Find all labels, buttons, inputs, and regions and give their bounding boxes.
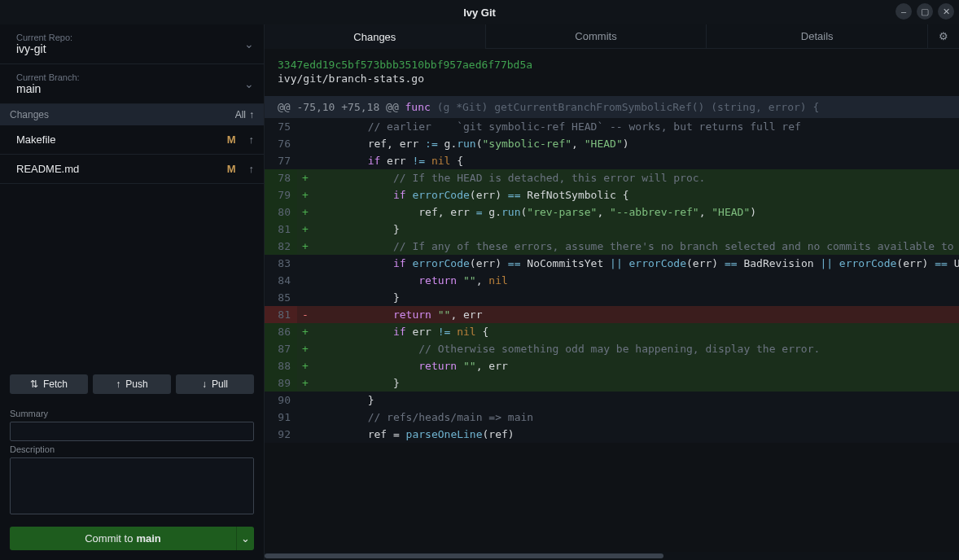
diff-marker: + [297,203,313,221]
current-branch-value: main [16,82,80,95]
summary-input[interactable] [10,422,254,441]
stage-file-icon[interactable]: ↑ [249,163,255,175]
changed-file-item[interactable]: MakefileM↑ [0,125,264,155]
line-number: 80 [265,203,297,221]
diff-line: 79+ if errorCode(err) == RefNotSymbolic … [265,186,959,203]
code-content: } [313,289,959,306]
code-content: // If any of these errors, assume there'… [313,238,959,255]
diff-marker [297,289,313,306]
current-branch-label: Current Branch: [16,72,80,82]
diff-marker [297,409,313,426]
diff-line: 75 // earlier `git symbolic-ref HEAD` --… [265,118,959,135]
tab-changes[interactable]: Changes [265,24,486,49]
stage-file-icon[interactable]: ↑ [249,133,255,146]
pull-icon: ↓ [202,378,207,390]
title-bar: Ivy Git – ▢ ✕ [0,0,959,24]
minimize-button[interactable]: – [896,3,912,20]
code-content: ref, err = g.run("rev-parse", "--abbrev-… [313,203,959,221]
line-number: 84 [265,272,297,289]
changed-files-list: MakefileM↑README.mdM↑ [0,125,264,184]
description-input[interactable] [10,457,254,514]
code-content: // earlier `git symbolic-ref HEAD` -- wo… [313,118,959,135]
file-status-letter: M [227,133,236,146]
current-branch-selector[interactable]: Current Branch: main ⌄ [0,64,264,104]
diff-marker: + [297,340,313,357]
push-button[interactable]: ↑ Push [93,374,171,394]
commit-button[interactable]: Commit to main [10,527,236,550]
code-content: return "", nil [313,272,959,289]
fetch-button[interactable]: ⇅ Fetch [10,374,88,394]
scrollbar-thumb[interactable] [265,553,663,558]
line-number: 75 [265,118,297,135]
diff-marker: + [297,374,313,392]
diff-line: 82+ // If any of these errors, assume th… [265,238,959,255]
stage-all-button[interactable]: All ↑ [235,109,254,120]
code-content: // Otherwise something odd may be happen… [313,340,959,357]
arrow-up-icon: ↑ [249,109,254,120]
diff-line: 92 ref = parseOneLine(ref) [265,426,959,443]
code-content: if errorCode(err) == NoCommitsYet || err… [313,255,959,272]
tab-bar: Changes Commits Details ⚙ [265,24,959,49]
diff-line: 88+ return "", err [265,357,959,374]
diff-marker: - [297,306,313,323]
diff-body[interactable]: 75 // earlier `git symbolic-ref HEAD` --… [265,118,959,552]
changes-heading: Changes [10,109,49,120]
diff-line: 77 if err != nil { [265,152,959,169]
current-repo-value: ivy-git [16,42,72,55]
diff-line: 76 ref, err := g.run("symbolic-ref", "HE… [265,135,959,152]
maximize-button[interactable]: ▢ [917,3,933,20]
diff-line: 84 return "", nil [265,272,959,289]
changed-file-item[interactable]: README.mdM↑ [0,155,264,184]
gear-icon: ⚙ [939,30,948,42]
line-number: 76 [265,135,297,152]
diff-marker: + [297,186,313,203]
diff-marker: + [297,323,313,340]
current-repo-selector[interactable]: Current Repo: ivy-git ⌄ [0,24,264,64]
commit-options-button[interactable]: ⌄ [236,527,254,550]
close-button[interactable]: ✕ [938,3,954,20]
code-content: ref = parseOneLine(ref) [313,426,959,443]
diff-line: 83 if errorCode(err) == NoCommitsYet || … [265,255,959,272]
changes-header: Changes All ↑ [0,104,264,125]
chevron-down-icon: ⌄ [241,532,250,545]
line-number: 77 [265,152,297,169]
main-pane: Changes Commits Details ⚙ 3347edd19c5bf5… [265,24,959,560]
code-content: } [313,221,959,238]
line-number: 79 [265,186,297,203]
line-number: 78 [265,169,297,186]
diff-line: 81- return "", err [265,306,959,323]
tab-details[interactable]: Details [707,24,928,49]
diff-line: 80+ ref, err = g.run("rev-parse", "--abb… [265,203,959,221]
diff-marker [297,426,313,443]
diff-marker: + [297,238,313,255]
horizontal-scrollbar[interactable] [265,552,959,560]
diff-line: 87+ // Otherwise something odd may be ha… [265,340,959,357]
settings-button[interactable]: ⚙ [928,24,959,49]
line-number: 92 [265,426,297,443]
tab-commits[interactable]: Commits [486,24,707,49]
line-number: 89 [265,374,297,392]
code-content: // refs/heads/main => main [313,409,959,426]
chevron-down-icon: ⌄ [244,77,254,90]
code-content: if errorCode(err) == RefNotSymbolic { [313,186,959,203]
diff-file-path: ivy/git/branch-stats.go [278,72,946,85]
diff-marker [297,272,313,289]
line-number: 87 [265,340,297,357]
file-status-letter: M [227,163,236,175]
current-repo-label: Current Repo: [16,33,72,42]
line-number: 90 [265,392,297,409]
diff-marker: + [297,169,313,186]
code-content: // If the HEAD is detached, this error w… [313,169,959,186]
file-name: README.md [16,163,79,175]
diff-line: 78+ // If the HEAD is detached, this err… [265,169,959,186]
summary-label: Summary [10,409,254,418]
push-icon: ↑ [116,378,120,390]
diff-line: 91 // refs/heads/main => main [265,409,959,426]
app-title: Ivy Git [463,7,496,19]
line-number: 91 [265,409,297,426]
fetch-icon: ⇅ [30,378,38,390]
code-content: if err != nil { [313,152,959,169]
code-content: return "", err [313,306,959,323]
line-number: 85 [265,289,297,306]
pull-button[interactable]: ↓ Pull [176,374,254,394]
